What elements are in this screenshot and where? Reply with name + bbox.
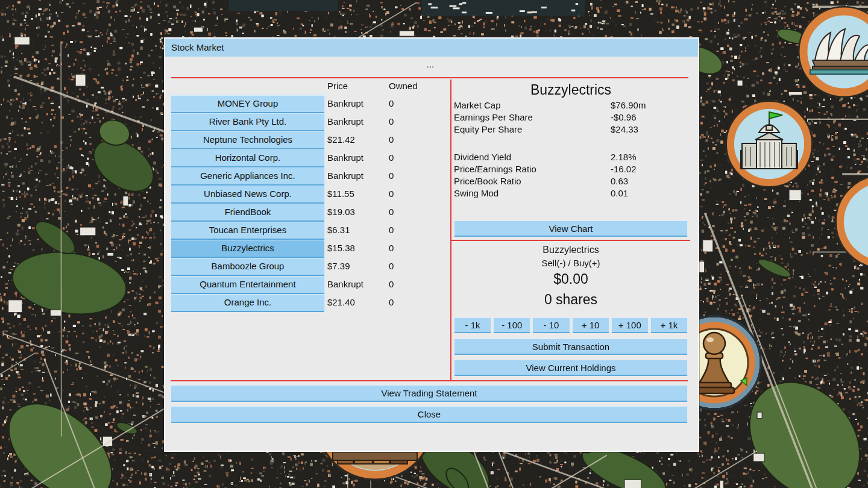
price-cell: Bankrupt — [327, 113, 363, 131]
price-cell: $6.31 — [327, 221, 363, 239]
price-cell: Bankrupt — [327, 149, 363, 167]
company-button-horizontal-corp[interactable]: Horizontal Corp. — [171, 149, 324, 167]
stat-value: 2.18% — [611, 152, 637, 162]
trade-step-buttons: - 1k - 100 - 10 + 10 + 100 + 1k — [454, 318, 688, 333]
window-title: Stock Market — [171, 42, 224, 52]
owned-cell: 0 — [389, 275, 394, 293]
stat-swing-mod: Swing Mod 0.01 — [454, 188, 688, 200]
owned-cell: 0 — [389, 293, 394, 311]
owned-cell: 0 — [389, 113, 394, 131]
stat-value: $24.33 — [611, 124, 638, 134]
stat-label: Dividend Yield — [454, 152, 511, 162]
owned-column: 0 0 0 0 0 0 0 0 0 0 0 0 — [389, 95, 394, 311]
close-button[interactable]: Close — [171, 406, 688, 423]
price-cell: Bankrupt — [327, 167, 363, 185]
submit-transaction-button[interactable]: Submit Transaction — [454, 339, 688, 355]
price-cell: $11.55 — [327, 185, 363, 203]
buy-1k-button[interactable]: + 1k — [650, 318, 688, 333]
stat-label: Swing Mod — [454, 188, 498, 198]
stat-dividend-yield: Dividend Yield 2.18% — [454, 152, 688, 164]
stat-value: 0.63 — [611, 176, 628, 186]
company-button-toucan-enterprises[interactable]: Toucan Enterprises — [171, 222, 324, 240]
owned-column-header: Owned — [389, 81, 418, 91]
stat-label: Price/Earnings Ratio — [454, 164, 536, 174]
company-button-orange-inc[interactable]: Orange Inc. — [171, 294, 324, 312]
price-cell: $21.40 — [327, 293, 363, 311]
monument-icon — [834, 174, 868, 270]
company-list: MONEY Group River Bank Pty Ltd. Neptune … — [171, 95, 325, 312]
stat-price-earnings-ratio: Price/Earnings Ratio -16.02 — [454, 164, 688, 176]
company-button-quantum-entertainment[interactable]: Quantum Entertainment — [171, 276, 324, 294]
stat-label: Earnings Per Share — [454, 112, 533, 122]
stat-market-cap: Market Cap $76.90m — [454, 100, 688, 112]
owned-cell: 0 — [389, 257, 394, 275]
price-cell: Bankrupt — [327, 275, 363, 293]
stock-market-window: Stock Market ... Price Owned MONEY Group… — [164, 37, 699, 452]
stat-price-book-ratio: Price/Book Ratio 0.63 — [454, 176, 688, 188]
price-cell: Bankrupt — [327, 95, 363, 113]
company-button-bamboozle-group[interactable]: Bamboozle Group — [171, 258, 324, 276]
owned-cell: 0 — [389, 203, 394, 221]
owned-cell: 0 — [389, 239, 394, 257]
sell-1k-button[interactable]: - 1k — [454, 318, 491, 333]
sell-10-button[interactable]: - 10 — [532, 318, 570, 333]
ellipsis-label: ... — [165, 59, 696, 69]
trade-divider — [450, 240, 690, 241]
footer-divider — [171, 380, 688, 381]
company-button-money-group[interactable]: MONEY Group — [171, 95, 324, 113]
sell-100-button[interactable]: - 100 — [493, 318, 530, 333]
opera-house-icon — [797, 5, 868, 99]
stat-label: Equity Per Share — [454, 124, 522, 134]
buy-10-button[interactable]: + 10 — [572, 318, 609, 333]
owned-cell: 0 — [389, 221, 394, 239]
capitol-badge[interactable] — [724, 99, 814, 192]
window-titlebar: Stock Market — [165, 39, 698, 57]
company-button-river-bank[interactable]: River Bank Pty Ltd. — [171, 113, 324, 131]
owned-cell: 0 — [389, 149, 394, 167]
stat-label: Price/Book Ratio — [454, 176, 521, 186]
stat-equity-per-share: Equity Per Share $24.33 — [454, 124, 688, 136]
top-divider — [171, 77, 688, 78]
trade-company-name: Buzzylectrics — [454, 245, 688, 255]
price-column: Bankrupt Bankrupt $21.42 Bankrupt Bankru… — [327, 95, 363, 311]
opera-house-badge[interactable] — [797, 5, 868, 101]
company-button-friendbook[interactable]: FriendBook — [171, 204, 324, 222]
stat-label: Market Cap — [454, 100, 501, 110]
view-current-holdings-button[interactable]: View Current Holdings — [454, 360, 688, 376]
view-chart-button[interactable]: View Chart — [454, 221, 688, 237]
stat-value: $76.90m — [611, 100, 646, 110]
owned-cell: 0 — [389, 167, 394, 185]
trade-shares-value: 0 shares — [454, 292, 688, 308]
company-button-generic-appliances[interactable]: Generic Appliances Inc. — [171, 167, 324, 186]
company-button-buzzylectrics-selected[interactable]: Buzzylectrics — [171, 240, 324, 258]
price-cell: $15.38 — [327, 239, 363, 257]
company-button-neptune-technologies[interactable]: Neptune Technologies — [171, 131, 324, 149]
view-trading-statement-button[interactable]: View Trading Statement — [171, 385, 688, 402]
price-cell: $21.42 — [327, 131, 363, 149]
company-button-unbiased-news[interactable]: Unbiased News Corp. — [171, 186, 324, 204]
price-cell: $19.03 — [327, 203, 363, 221]
game-screen: Stock Market ... Price Owned MONEY Group… — [0, 0, 868, 488]
price-cell: $7.39 — [327, 257, 363, 275]
trade-amount-value: $0.00 — [454, 271, 688, 287]
capitol-building-icon — [724, 99, 814, 189]
owned-cell: 0 — [389, 185, 394, 203]
trade-direction-label: Sell(-) / Buy(+) — [454, 258, 688, 268]
stat-value: -$0.96 — [611, 112, 637, 122]
price-column-header: Price — [327, 81, 348, 91]
stat-value: 0.01 — [611, 188, 628, 198]
stat-value: -16.02 — [611, 164, 637, 174]
panel-divider — [450, 80, 451, 381]
detail-company-title: Buzzylectrics — [454, 82, 688, 98]
buy-100-button[interactable]: + 100 — [611, 318, 649, 333]
monument-badge[interactable] — [834, 174, 868, 272]
owned-cell: 0 — [389, 131, 394, 149]
owned-cell: 0 — [389, 95, 394, 113]
stat-earnings-per-share: Earnings Per Share -$0.96 — [454, 112, 688, 124]
